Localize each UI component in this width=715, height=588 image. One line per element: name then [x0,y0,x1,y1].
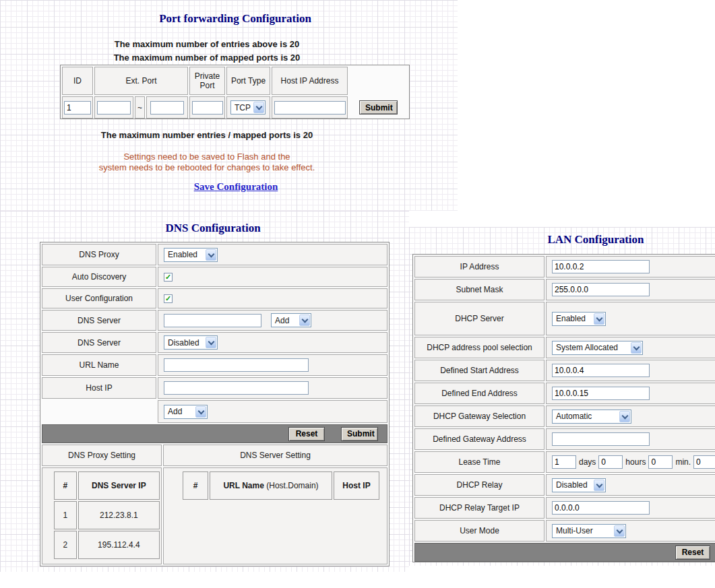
lan-buttonbar-row: Reset [414,543,715,562]
dns-server-setting-header: DNS Server Setting [163,445,387,466]
pf-col-header-port-type: Port Type [226,67,270,95]
lan-mask-row: Subnet Mask [414,279,715,300]
lan-ip-control-cell [546,256,715,277]
lan-lease-hours-input[interactable] [598,455,623,469]
flash-warning-line2: system needs to be rebooted for changes … [99,162,315,172]
lan-gateway-sel-value: Automatic [556,412,592,421]
lan-user-mode-control-cell: Multi-User [546,520,715,542]
dns-host-ip-control-cell [158,377,387,399]
port-forwarding-table: ID Ext. Port Private Port Port Type Host… [60,65,410,119]
dns-url-name-input[interactable] [164,358,309,372]
lan-dhcp-server-control-cell: Enabled [546,302,715,335]
lan-lease-label: Lease Time [414,451,545,473]
lan-dhcp-server-select[interactable]: Enabled [552,312,606,326]
dns-server-setting-table: # URL Name (Host.Domain) Host IP [181,470,381,501]
dns-action-select[interactable]: Add [164,405,208,419]
lan-reset-button[interactable]: Reset [675,546,710,560]
lan-end-addr-control-cell [546,383,715,404]
pf-id-cell [62,96,93,119]
pf-submit-cell: Submit [349,96,408,119]
pf-col-header-actions [349,67,408,95]
dns-proxy-setting-cell: # DNS Server IP 1 212.23.8.1 2 195.112.4… [42,467,162,564]
pf-port-type-value: TCP [235,103,251,112]
lan-ip-input[interactable] [552,260,650,273]
pf-submit-button[interactable]: Submit [359,100,398,115]
lan-relay-ip-row: DHCP Relay Target IP [414,497,715,519]
pf-ext-port-from-input[interactable] [97,101,131,115]
lan-end-addr-row: Defined End Address [414,383,715,404]
lan-lease-sec-input[interactable] [693,455,715,469]
lan-mask-input[interactable] [552,283,650,296]
lan-relay-value: Disabled [556,480,588,490]
lan-lease-row: Lease Time days hours min. [414,451,715,473]
lan-gateway-addr-label: Defined Gateway Address [414,428,545,450]
dns-proxy-control-cell: Enabled [158,244,387,265]
lan-lease-days-input[interactable] [552,455,576,469]
flash-warning-line1: Settings need to be saved to Flash and t… [123,152,290,162]
table-header-row: # URL Name (Host.Domain) Host IP [183,471,379,500]
dns-proxy-select[interactable]: Enabled [164,248,218,262]
lan-pool-select[interactable]: System Allocated [552,341,643,355]
lan-lease-control-cell: days hours min. [546,451,715,473]
lan-user-mode-select[interactable]: Multi-User [552,524,626,538]
lan-gateway-sel-label: DHCP Gateway Selection [414,405,545,427]
save-configuration-link[interactable]: Save Configuration [194,181,278,193]
row-num: 1 [54,501,77,529]
lan-user-mode-label: User Mode [414,520,545,542]
dns-host-ip-row: Host IP [42,377,387,399]
pf-col-header-host-ip: Host IP Address [272,67,348,95]
col-header-url-name: URL Name (Host.Domain) [210,471,332,500]
lan-start-addr-label: Defined Start Address [414,360,545,381]
pf-private-port-input[interactable] [192,101,223,115]
dns-proxy-setting-header: DNS Proxy Setting [42,445,162,466]
pf-ext-port-to-input[interactable] [150,101,184,115]
lan-gateway-sel-select[interactable]: Automatic [552,410,631,424]
pf-id-input[interactable] [64,101,91,115]
lan-start-addr-input[interactable] [552,364,650,377]
lease-days-text: days [579,457,596,467]
lan-gateway-addr-input[interactable] [552,432,650,446]
lan-dhcp-server-value: Enabled [556,314,586,323]
dns-proxy-value: Enabled [168,250,197,259]
dns-user-config-control-cell: ✓ [158,288,387,308]
dns-auto-discovery-checkbox[interactable]: ✓ [164,273,173,282]
row-num: 2 [54,531,77,559]
pf-port-type-select[interactable]: TCP [230,100,266,115]
lan-lease-min-input[interactable] [648,455,673,469]
pf-col-header-private-port: Private Port [189,67,225,95]
dns-server-input[interactable] [164,314,261,327]
dns-server-action-select[interactable]: Add [271,313,311,327]
dropdown-arrow-icon [631,342,642,354]
dns-setting-header-row: DNS Proxy Setting DNS Server Setting [42,445,387,466]
dns-action-control-cell: Add [158,400,387,423]
dns-server-state-label: DNS Server [42,332,156,353]
dropdown-arrow-icon [253,102,264,113]
dns-submit-button[interactable]: Submit [341,427,378,441]
dns-table: DNS Proxy Enabled Auto Discovery ✓ User … [40,242,390,566]
dns-action-value: Add [168,407,182,416]
page: Port forwarding Configuration The maximu… [0,0,715,588]
dns-reset-button[interactable]: Reset [288,427,325,441]
col-header-num: # [54,471,77,500]
lan-start-addr-row: Defined Start Address [414,360,715,381]
dns-host-ip-input[interactable] [164,381,309,395]
dns-user-config-row: User Configuration ✓ [42,288,387,308]
dns-action-row: Add [42,400,387,423]
lan-relay-ip-input[interactable] [552,501,650,515]
dns-user-config-checkbox[interactable]: ✓ [164,294,173,303]
dns-server-action-value: Add [275,316,289,325]
lan-relay-row: DHCP Relay Disabled [414,474,715,496]
dns-url-name-control-cell [158,354,387,376]
dns-button-bar: Reset Submit [42,424,387,443]
pf-port-type-cell: TCP [226,96,270,119]
dns-title: DNS Configuration [165,222,260,235]
port-forwarding-title: Port forwarding Configuration [159,12,311,26]
dns-action-empty-label [42,400,156,423]
dns-server-state-select[interactable]: Disabled [164,335,218,350]
lan-relay-select[interactable]: Disabled [552,478,606,492]
lan-relay-ip-control-cell [546,497,715,519]
lan-end-addr-input[interactable] [552,387,650,400]
pf-host-ip-input[interactable] [274,101,346,115]
lan-start-addr-control-cell [546,360,715,381]
pf-col-header-ext-port: Ext. Port [94,67,188,95]
